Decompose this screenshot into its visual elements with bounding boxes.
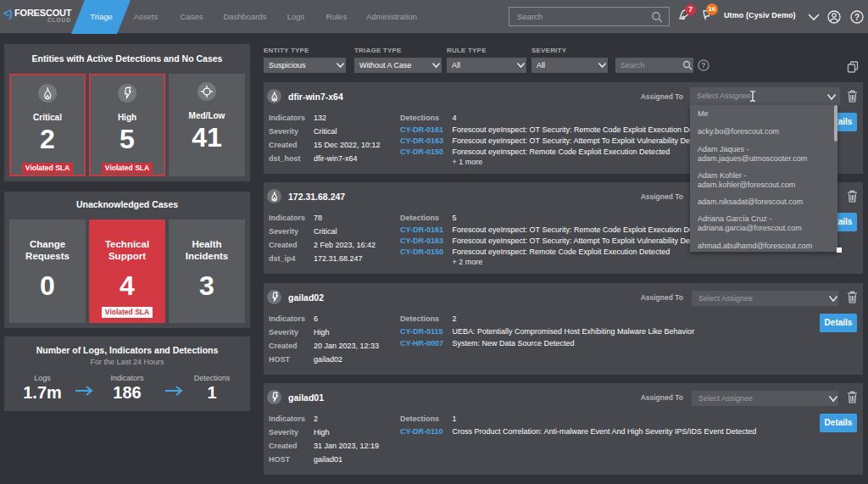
svg-text:?: ?	[854, 13, 860, 22]
svg-text:?: ?	[701, 61, 705, 70]
